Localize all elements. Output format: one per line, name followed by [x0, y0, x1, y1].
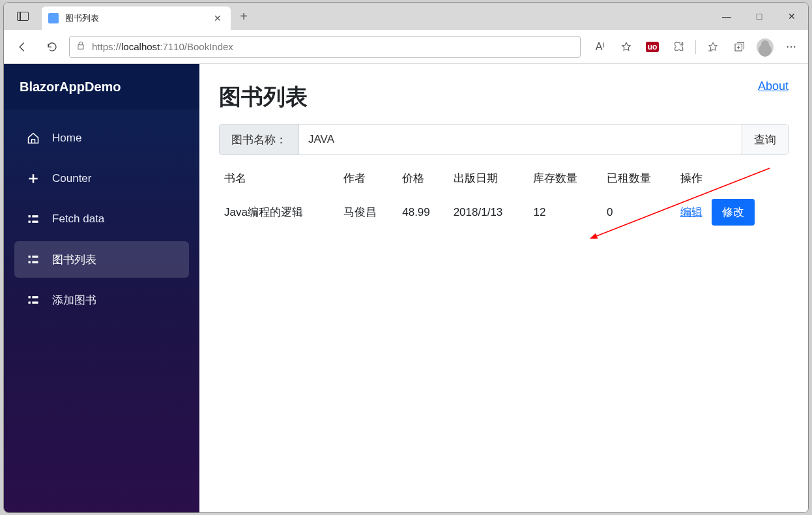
- window-close-button[interactable]: ✕: [776, 3, 808, 30]
- search-input[interactable]: [299, 125, 742, 154]
- about-link[interactable]: About: [758, 80, 789, 93]
- cell-pubdate: 2018/1/13: [448, 192, 529, 232]
- home-icon: [26, 132, 40, 145]
- modify-button[interactable]: 修改: [712, 199, 755, 226]
- col-price: 价格: [397, 164, 448, 192]
- main-content: About 图书列表 图书名称： 查询 书名 作者 价格 出版日期 库存数量 已…: [199, 64, 808, 512]
- browser-window: 图书列表 ✕ + — □ ✕ https://localhost:7110/Bo…: [3, 2, 809, 513]
- read-aloud-button[interactable]: A⁾: [588, 35, 612, 59]
- collections-button[interactable]: [727, 35, 751, 59]
- sidebar-item-home[interactable]: Home: [14, 120, 189, 156]
- table-header-row: 书名 作者 价格 出版日期 库存数量 已租数量 操作: [219, 164, 789, 192]
- separator: [695, 40, 696, 54]
- refresh-icon: [46, 41, 58, 53]
- tab-manager-icon: [17, 12, 29, 21]
- window-minimize-button[interactable]: —: [710, 3, 743, 30]
- profile-avatar-icon: [757, 38, 774, 55]
- list-icon: [26, 253, 40, 266]
- table-row: Java编程的逻辑 马俊昌 48.99 2018/1/13 12 0 编辑 修改: [219, 192, 789, 232]
- col-pubdate: 出版日期: [448, 164, 529, 192]
- edit-link[interactable]: 编辑: [680, 206, 703, 218]
- sidebar: BlazorAppDemo Home Counter: [4, 64, 199, 512]
- favorite-button[interactable]: [615, 35, 638, 59]
- cell-title: Java编程的逻辑: [219, 192, 338, 232]
- svg-rect-4: [32, 221, 38, 223]
- cell-price: 48.99: [397, 192, 448, 232]
- svg-rect-12: [32, 302, 38, 304]
- window-maximize-button[interactable]: □: [743, 3, 776, 30]
- search-bar: 图书名称： 查询: [219, 124, 789, 155]
- toolbar-icons: A⁾ uo ⋯: [585, 35, 803, 59]
- svg-rect-2: [29, 221, 31, 223]
- sidebar-item-label: Home: [52, 132, 81, 145]
- content-frame: BlazorAppDemo Home Counter: [4, 64, 808, 512]
- ublock-icon: uo: [646, 42, 660, 52]
- tab-close-button[interactable]: ✕: [211, 13, 224, 23]
- favorites-icon: [707, 41, 719, 53]
- profile-button[interactable]: [753, 35, 777, 59]
- svg-rect-5: [29, 256, 31, 258]
- window-controls: — □ ✕: [710, 3, 808, 30]
- cell-rented: 0: [602, 192, 675, 232]
- more-button[interactable]: ⋯: [779, 35, 803, 59]
- sidebar-item-counter[interactable]: Counter: [14, 160, 189, 197]
- search-label: 图书名称：: [220, 125, 299, 154]
- sidebar-item-label: Fetch data: [52, 213, 104, 226]
- plus-icon: [26, 172, 40, 185]
- sidebar-item-label: 图书列表: [52, 252, 96, 267]
- sidebar-item-label: Counter: [52, 172, 91, 185]
- tab-title: 图书列表: [65, 12, 205, 24]
- brand[interactable]: BlazorAppDemo: [4, 64, 199, 110]
- col-stock: 库存数量: [528, 164, 602, 192]
- list-icon: [26, 213, 40, 226]
- sidebar-nav: Home Counter Fetch data: [4, 110, 199, 329]
- refresh-button[interactable]: [39, 35, 65, 59]
- favorites-list-button[interactable]: [701, 35, 725, 59]
- tab-manager-button[interactable]: [4, 3, 42, 30]
- back-arrow-icon: [16, 41, 28, 53]
- addressbar: https://localhost:7110/BookIndex A⁾ uo ⋯: [4, 30, 808, 64]
- url-box[interactable]: https://localhost:7110/BookIndex: [69, 36, 581, 58]
- collections-icon: [733, 41, 745, 53]
- svg-rect-3: [32, 215, 38, 217]
- col-rented: 已租数量: [602, 164, 675, 192]
- extensions-button[interactable]: [667, 35, 690, 59]
- svg-rect-1: [29, 215, 31, 217]
- list-icon: [26, 293, 40, 306]
- col-author: 作者: [338, 164, 397, 192]
- page-title: 图书列表: [219, 82, 789, 112]
- svg-rect-11: [32, 296, 38, 298]
- new-tab-button[interactable]: +: [231, 3, 257, 30]
- sidebar-item-addbook[interactable]: 添加图书: [14, 282, 189, 318]
- sidebar-item-label: 添加图书: [52, 293, 96, 308]
- star-icon: [620, 41, 632, 53]
- puzzle-icon: [673, 41, 684, 53]
- svg-rect-6: [29, 261, 31, 263]
- svg-rect-9: [29, 296, 31, 298]
- cell-stock: 12: [528, 192, 602, 232]
- back-button[interactable]: [9, 35, 35, 59]
- col-actions: 操作: [675, 164, 789, 192]
- books-table: 书名 作者 价格 出版日期 库存数量 已租数量 操作 Java编程的逻辑 马俊昌…: [219, 164, 789, 232]
- tab-favicon: [48, 13, 59, 23]
- svg-rect-10: [29, 302, 31, 304]
- svg-rect-7: [32, 256, 38, 258]
- cell-actions: 编辑 修改: [675, 192, 789, 232]
- sidebar-item-booklist[interactable]: 图书列表: [14, 241, 189, 278]
- sidebar-item-fetchdata[interactable]: Fetch data: [14, 201, 189, 237]
- adblock-button[interactable]: uo: [641, 35, 664, 59]
- search-button[interactable]: 查询: [742, 125, 788, 154]
- col-title: 书名: [219, 164, 338, 192]
- browser-tab[interactable]: 图书列表 ✕: [42, 7, 231, 30]
- lock-icon: [76, 41, 85, 52]
- url-text: https://localhost:7110/BookIndex: [92, 41, 573, 52]
- svg-rect-8: [32, 261, 38, 263]
- cell-author: 马俊昌: [338, 192, 397, 232]
- titlebar: 图书列表 ✕ + — □ ✕: [4, 3, 808, 30]
